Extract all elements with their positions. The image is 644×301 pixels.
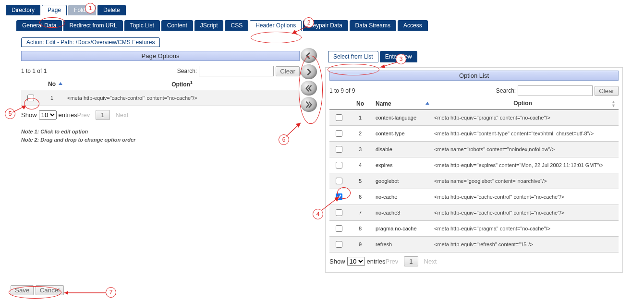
row-checkbox[interactable] — [336, 193, 342, 200]
left-search-input[interactable] — [199, 66, 274, 76]
row-no: 8 — [348, 221, 373, 237]
subtab-access[interactable]: Access — [398, 20, 428, 31]
table-row[interactable]: 4expires<meta http-equiv="expires" conte… — [329, 157, 619, 173]
row-option: <meta http-equiv="cache-control" content… — [431, 189, 619, 205]
left-search-label: Search: — [177, 68, 197, 74]
tab-page[interactable]: Page — [42, 5, 67, 15]
table-row[interactable]: 5googlebot<meta name="googlebot" content… — [329, 173, 619, 189]
row-no: 9 — [348, 237, 373, 253]
row-option: <meta http-equiv="refresh" content="15"/… — [431, 237, 619, 253]
subtab-general-data[interactable]: General Data — [16, 20, 62, 31]
tab-delete[interactable]: Delete — [97, 5, 126, 15]
left-next[interactable]: Next — [116, 111, 129, 119]
rcol-no[interactable]: No — [348, 98, 373, 110]
subtab-topic-list[interactable]: Topic List — [124, 20, 160, 31]
option-list-title: Option List — [329, 71, 619, 81]
row-checkbox[interactable] — [336, 130, 342, 137]
tab-directory[interactable]: Directory — [6, 5, 40, 15]
table-row[interactable]: 1content-language<meta http-equiv="pragm… — [329, 110, 619, 126]
right-show-label: Show — [329, 258, 345, 265]
move-controls — [301, 48, 317, 112]
left-page-1[interactable]: 1 — [96, 110, 109, 120]
subtab-css[interactable]: CSS — [225, 20, 248, 31]
col-option-sup: 1 — [190, 80, 193, 85]
left-prev[interactable]: Prev — [77, 111, 90, 119]
row-option: <meta name="googlebot" content="noarchiv… — [431, 173, 619, 189]
table-row[interactable]: 8pragma no-cache<meta http-equiv="pragma… — [329, 221, 619, 237]
row-checkbox[interactable] — [336, 162, 342, 169]
row-name: expires — [373, 157, 431, 173]
row-checkbox[interactable] — [336, 114, 342, 121]
rcol-option-label: Option — [513, 100, 532, 107]
row-checkbox[interactable] — [27, 95, 34, 101]
action-path-bar: Action: Edit - Path: /Docs/Overview/CMS … — [21, 37, 160, 47]
row-no: 3 — [348, 142, 373, 157]
row-option: <meta http-equiv="pragma" content="no-ca… — [431, 221, 619, 237]
left-entries-select[interactable]: 10 — [39, 110, 57, 120]
right-clear-button[interactable]: Clear — [595, 86, 619, 96]
move-right-icon[interactable] — [301, 64, 317, 79]
row-checkbox[interactable] — [336, 178, 342, 184]
row-option: <meta http-equiv="expires" content="Mon,… — [431, 157, 619, 173]
table-row[interactable]: 3disable<meta name="robots" content="noi… — [329, 142, 619, 157]
page-options-title: Page Options — [21, 51, 300, 61]
row-no: 1 — [39, 90, 64, 106]
row-name: pragma no-cache — [373, 221, 431, 237]
row-checkbox[interactable] — [336, 241, 342, 248]
row-name: googlebot — [373, 173, 431, 189]
subtab-content[interactable]: Content — [161, 20, 193, 31]
page-options-pane: Page Options 1 to 1 of 1 Search: Clear N… — [21, 51, 300, 144]
save-button[interactable]: Save — [11, 285, 34, 295]
option-list-table: No Name Option ▲▼ 1content-language<meta… — [329, 98, 619, 253]
subtab-jscript[interactable]: JScript — [194, 20, 224, 31]
left-count-label: 1 to 1 of 1 — [21, 68, 47, 74]
subtab-keypair-data[interactable]: Keypair Data — [303, 20, 348, 31]
right-page-1[interactable]: 1 — [404, 256, 418, 266]
table-row[interactable]: 1<meta http-equiv="cache-control" conten… — [21, 90, 300, 106]
subtab-header-options[interactable]: Header Options — [250, 20, 302, 31]
subtab-redirect-from-url[interactable]: Redirect from URL — [63, 20, 122, 31]
row-option: <meta http-equiv="cache-control" content… — [64, 90, 300, 106]
right-next[interactable]: Next — [424, 258, 437, 265]
row-name: no-cache3 — [373, 205, 431, 221]
right-entries-label: entries — [367, 258, 386, 265]
right-count-label: 1 to 9 of 9 — [329, 87, 355, 94]
rcol-name[interactable]: Name — [373, 98, 431, 110]
row-name: content-type — [373, 126, 431, 142]
row-no: 2 — [348, 126, 373, 142]
row-name: no-cache — [373, 189, 431, 205]
row-name: disable — [373, 142, 431, 157]
move-left-icon[interactable] — [301, 48, 317, 63]
col-no[interactable]: No — [39, 78, 64, 90]
row-checkbox[interactable] — [336, 146, 342, 153]
left-clear-button[interactable]: Clear — [276, 66, 300, 76]
row-name: content-language — [373, 110, 431, 126]
tab-select-from-list[interactable]: Select from List — [328, 51, 378, 62]
row-checkbox[interactable] — [336, 225, 342, 232]
annotation-5: 5 — [5, 108, 15, 119]
table-row[interactable]: 2content-type<meta http-equiv="content-t… — [329, 126, 619, 142]
row-option: <meta http-equiv="pragma" content="no-ca… — [431, 110, 619, 126]
table-row[interactable]: 9refresh<meta http-equiv="refresh" conte… — [329, 237, 619, 253]
left-entries-label: entries — [59, 111, 77, 119]
row-checkbox[interactable] — [336, 209, 342, 216]
move-all-right-icon[interactable] — [301, 97, 317, 112]
right-entries-select[interactable]: 10 — [347, 257, 365, 266]
left-show-label: Show — [21, 111, 37, 119]
tab-folder[interactable]: Folder — [68, 5, 96, 15]
row-no: 1 — [348, 110, 373, 126]
cancel-button[interactable]: Cancel — [36, 285, 64, 295]
table-row[interactable]: 6no-cache<meta http-equiv="cache-control… — [329, 189, 619, 205]
tab-enter-new[interactable]: Enter New — [380, 51, 417, 62]
move-all-left-icon[interactable] — [301, 81, 317, 96]
right-search-input[interactable] — [518, 85, 593, 96]
option-list-pane: Select from List Enter New Option List 1… — [325, 51, 623, 273]
row-option: <meta http-equiv="cache-control" content… — [431, 205, 619, 221]
table-row[interactable]: 7no-cache3<meta http-equiv="cache-contro… — [329, 205, 619, 221]
row-no: 5 — [348, 173, 373, 189]
right-prev[interactable]: Prev — [386, 258, 399, 265]
rcol-option[interactable]: Option ▲▼ — [431, 98, 619, 110]
col-option[interactable]: Option1 — [64, 78, 300, 90]
subtab-data-streams[interactable]: Data Streams — [350, 20, 396, 31]
row-option: <meta name="robots" content="noindex,nof… — [431, 142, 619, 157]
